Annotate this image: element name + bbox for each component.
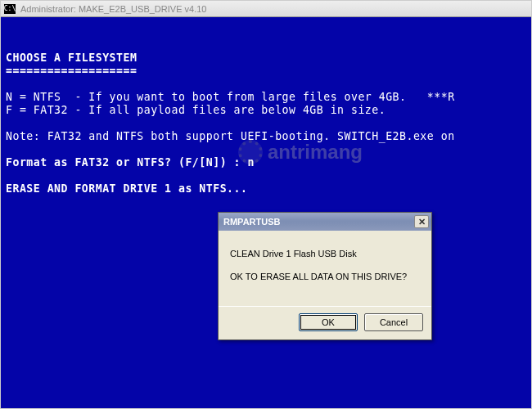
console-heading: CHOOSE A FILESYSTEM [6, 52, 137, 64]
ok-button[interactable]: OK [299, 313, 358, 331]
console-erase-line: ERASE AND FORMAT DRIVE 1 as NTFS... [6, 182, 247, 195]
console-blank-line [6, 169, 12, 182]
window-titlebar: C:\ Administrator: MAKE_E2B_USB_DRIVE v4… [1, 1, 531, 17]
window-title: Administrator: MAKE_E2B_USB_DRIVE v4.10 [20, 4, 206, 14]
dialog-titlebar[interactable]: RMPARTUSB ✕ [219, 213, 431, 231]
dialog-message-line1: CLEAN Drive 1 Flash USB Disk [230, 249, 420, 258]
console-blank-line [6, 143, 12, 155]
cancel-button[interactable]: Cancel [364, 313, 423, 331]
console-line-ntfs: N = NTFS - If you want to boot from larg… [6, 91, 455, 103]
dialog-button-row: OK Cancel [219, 307, 431, 339]
console-heading-underline: =================== [6, 65, 137, 77]
close-icon: ✕ [418, 217, 426, 227]
dialog-body: CLEAN Drive 1 Flash USB Disk OK TO ERASE… [219, 231, 431, 306]
console-blank-line [6, 38, 12, 51]
console-blank-line [6, 78, 12, 90]
dialog-message-line2: OK TO ERASE ALL DATA ON THIS DRIVE? [230, 272, 420, 281]
console-prompt: Format as FAT32 or NTFS? (F/[N]) : n [6, 156, 255, 169]
console-note: Note: FAT32 and NTFS both support UEFI-b… [6, 130, 455, 142]
console-blank-line [6, 117, 12, 129]
confirm-dialog: RMPARTUSB ✕ CLEAN Drive 1 Flash USB Disk… [218, 212, 432, 340]
dialog-close-button[interactable]: ✕ [414, 215, 429, 228]
dialog-title: RMPARTUSB [223, 217, 280, 227]
console-line-fat32: F = FAT32 - If all payload files are bel… [6, 104, 385, 116]
cmd-icon: C:\ [4, 4, 16, 14]
